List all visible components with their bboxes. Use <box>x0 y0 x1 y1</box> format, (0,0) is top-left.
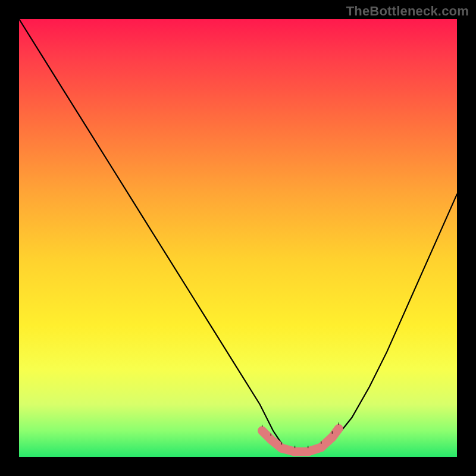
plot-area <box>19 19 457 457</box>
curve-line <box>19 19 457 453</box>
watermark-text: TheBottleneck.com <box>346 4 469 19</box>
valley-marker-segment <box>332 428 339 437</box>
chart-frame: TheBottleneck.com <box>0 0 476 476</box>
valley-marker-group <box>262 422 339 452</box>
chart-svg <box>19 19 457 457</box>
